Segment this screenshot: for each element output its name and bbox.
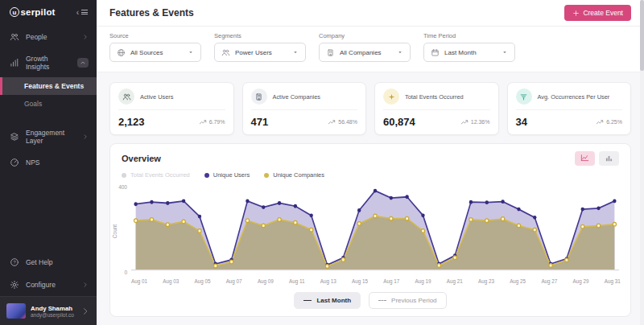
app: userpilot ‹ PeopleGrowth InsightsFeature…	[0, 0, 644, 325]
chevron-up-icon[interactable]	[77, 58, 89, 68]
scrollbar-thumb[interactable]	[640, 0, 644, 71]
legend-dot-icon	[264, 173, 269, 178]
sidebar-item-label: Engagement Layer	[26, 129, 76, 145]
stat-card-body: 2,1236.79%	[118, 110, 225, 128]
chevron-right-icon	[82, 134, 89, 140]
stat-value: 471	[251, 116, 269, 128]
line-chart-icon	[580, 153, 589, 165]
x-axis-tick: Aug 27	[541, 278, 557, 286]
sidebar-item-label: NPS	[26, 158, 39, 167]
x-axis-tick: Aug 19	[415, 278, 431, 286]
sidebar-item-features-events[interactable]: Features & Events	[0, 77, 97, 95]
page-title: Features & Events	[109, 7, 194, 19]
sidebar-item-label: People	[26, 33, 47, 41]
x-axis-tick: Aug 23	[478, 278, 494, 286]
sidebar-item-people[interactable]: People	[0, 26, 97, 48]
stat-card-total-events-occurred[interactable]: Total Events Occurred60,87412.36%	[374, 82, 499, 135]
caret-down-icon	[502, 49, 508, 56]
period-button-last-month[interactable]: Last Month	[294, 292, 361, 309]
chart-zone: Count 4000 Aug 01Aug 03Aug 05Aug 07Aug 0…	[110, 181, 630, 286]
stat-card-avg-occurrences-per-user[interactable]: Avg. Occurrences Per User346.25%	[507, 82, 632, 135]
legend-label: Unique Companies	[273, 171, 324, 179]
svg-text:?: ?	[13, 260, 15, 265]
x-axis-tick: Aug 01	[131, 278, 147, 286]
scrollbar-track[interactable]	[640, 0, 644, 325]
sidebar-item-configure[interactable]: Configure	[0, 274, 97, 296]
legend-item-unique-companies[interactable]: Unique Companies	[264, 171, 324, 179]
sidebar-item-get-help[interactable]: ?Get Help	[0, 251, 97, 274]
user-menu[interactable]: Andy Shamah andy@userpilot.co	[0, 296, 97, 325]
sidebar-item-label: Goals	[24, 100, 42, 108]
filter-label: Segments	[214, 32, 306, 39]
filter-value: Last Month	[444, 49, 477, 56]
gear-icon	[10, 280, 19, 290]
sidebar-item-engagement-layer[interactable]: Engagement Layer	[0, 122, 97, 151]
legend-item-total-events-occurred[interactable]: Total Events Occurred	[122, 171, 190, 179]
stat-trend: 56.48%	[328, 118, 357, 126]
filter-select-segments[interactable]: Power Users	[214, 43, 306, 62]
legend-item-unique-users[interactable]: Unique Users	[204, 171, 250, 179]
filter-select-time-period[interactable]: Last Month	[423, 43, 515, 62]
sidebar-item-goals[interactable]: Goals	[0, 95, 97, 113]
trend-up-icon	[460, 118, 469, 126]
stat-card-body: 60,87412.36%	[383, 110, 490, 128]
y-axis-tick: 400	[118, 184, 127, 190]
stat-value: 2,123	[118, 116, 145, 128]
x-axis-tick: Aug 03	[163, 278, 179, 286]
legend-label: Unique Users	[213, 171, 250, 179]
people-icon	[118, 88, 134, 105]
caret-down-icon	[292, 49, 299, 56]
legend-label: Total Events Occurred	[130, 171, 190, 179]
filter-select-source[interactable]: All Sources	[109, 43, 201, 62]
x-axis-tick: Aug 29	[573, 278, 589, 286]
period-buttons: Last MonthPrevious Period	[110, 286, 630, 316]
x-axis-tick: Aug 17	[383, 278, 399, 286]
trend-up-icon	[596, 118, 604, 126]
sidebar-item-growth-insights[interactable]: Growth Insights	[0, 48, 97, 77]
chart-plot: Aug 01Aug 03Aug 05Aug 07Aug 09Aug 11Aug …	[130, 183, 621, 286]
building-icon	[251, 88, 267, 105]
period-button-previous-period[interactable]: Previous Period	[369, 292, 446, 309]
stat-card-body: 346.25%	[516, 110, 623, 128]
x-axis-tick: Aug 07	[226, 278, 242, 286]
stat-change: 6.79%	[209, 119, 225, 125]
sidebar-item-label: Growth Insights	[26, 55, 71, 71]
chevron-right-icon	[82, 34, 89, 40]
chevron-left-icon: ‹	[76, 8, 79, 17]
x-axis-tick: Aug 05	[194, 278, 210, 286]
stat-trend: 6.25%	[596, 118, 622, 126]
x-axis-tick: Aug 31	[605, 278, 621, 286]
filter-select-company[interactable]: All Companies	[319, 43, 411, 62]
create-event-button[interactable]: Create Event	[564, 5, 631, 21]
stat-label: Avg. Occurrences Per User	[538, 93, 610, 101]
area-chart[interactable]	[130, 183, 621, 277]
sidebar-item-label: Get Help	[26, 258, 53, 266]
period-button-label: Last Month	[316, 297, 351, 304]
logo[interactable]: userpilot	[10, 7, 56, 17]
stat-card-active-users[interactable]: Active Users2,1236.79%	[109, 82, 234, 135]
user-text: Andy Shamah andy@userpilot.co	[31, 305, 74, 318]
bar-chart-toggle[interactable]	[599, 151, 619, 166]
main-content: Features & Events Create Event SourceAll…	[97, 0, 644, 325]
sidebar: userpilot ‹ PeopleGrowth InsightsFeature…	[0, 0, 97, 325]
x-axis-tick: Aug 11	[289, 278, 305, 286]
menu-icon	[81, 10, 88, 14]
stat-trend: 6.79%	[199, 118, 225, 126]
stat-trend: 12.36%	[460, 118, 490, 126]
overview-card: Overview Total Events OccurredUnique Use…	[109, 143, 631, 317]
stat-change: 12.36%	[471, 119, 490, 125]
filter-segments: SegmentsPower Users	[214, 32, 306, 62]
solid-line-icon	[303, 300, 312, 301]
filter-value: All Companies	[340, 49, 382, 56]
stat-card-active-companies[interactable]: Active Companies47156.48%	[242, 82, 367, 135]
x-axis-ticks: Aug 01Aug 03Aug 05Aug 07Aug 09Aug 11Aug …	[130, 277, 621, 286]
x-axis-tick: Aug 09	[258, 278, 274, 286]
logo-text: serpilot	[21, 7, 56, 17]
caret-down-icon	[188, 49, 194, 56]
chevron-right-icon	[80, 306, 90, 316]
help-icon: ?	[10, 257, 19, 267]
caret-down-icon	[397, 49, 403, 56]
sidebar-item-nps[interactable]: NPS	[0, 151, 97, 174]
line-chart-toggle[interactable]	[575, 151, 595, 166]
collapse-sidebar-button[interactable]: ‹	[76, 8, 88, 17]
